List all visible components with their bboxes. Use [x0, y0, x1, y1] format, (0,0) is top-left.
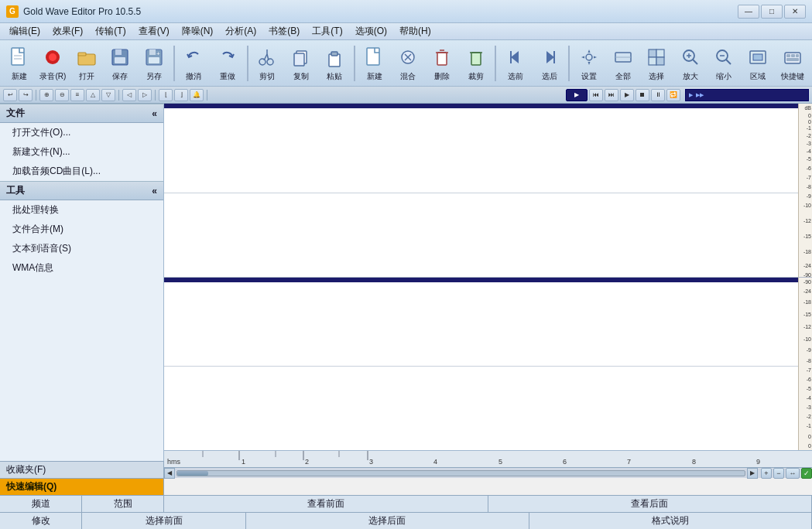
st-btn-11[interactable]: ⌋: [174, 89, 188, 101]
shortcut-button[interactable]: 快捷键: [776, 43, 809, 84]
new-button[interactable]: 新建: [3, 43, 36, 84]
st-play-prev[interactable]: ⏮: [589, 89, 603, 101]
new-label: 新建: [12, 71, 27, 82]
select-button[interactable]: 选择: [640, 43, 673, 84]
bottom-view-before[interactable]: 查看前面: [164, 496, 488, 512]
paste-icon: [322, 45, 347, 70]
st-play-start[interactable]: ⏭: [605, 89, 618, 101]
st-sep-4: [207, 90, 207, 101]
scrollbar-thumb[interactable]: [177, 471, 208, 476]
zoomout-button[interactable]: 缩小: [708, 43, 740, 84]
toolbar-sep-1: [173, 46, 175, 81]
st-btn-2[interactable]: ↪: [19, 89, 33, 101]
bottom-channel[interactable]: -90 -24 -18 -15 -12 -10 -9 -8 -7 -6 -5 -…: [164, 278, 812, 451]
menu-bookmark[interactable]: 书签(B): [262, 23, 306, 39]
st-btn-9[interactable]: ▷: [138, 89, 152, 101]
svg-rect-6: [78, 53, 86, 56]
full-icon: [611, 45, 636, 70]
menu-help[interactable]: 帮助(H): [393, 23, 437, 39]
db-bot-13: -2: [807, 414, 811, 419]
paste-label: 粘贴: [327, 71, 342, 82]
st-btn-10[interactable]: ⌊: [159, 89, 173, 101]
svg-rect-51: [753, 54, 762, 60]
scroll-right[interactable]: ▶: [747, 468, 758, 479]
menu-bar: 编辑(E) 效果(F) 传输(T) 查看(V) 降噪(N) 分析(A) 书签(B…: [0, 23, 812, 40]
st-pause-btn[interactable]: ⏸: [651, 89, 665, 101]
sidebar-new-file[interactable]: 新建文件(N)...: [0, 142, 163, 162]
sidebar-load-cd[interactable]: 加载音频CD曲目(L)...: [0, 162, 163, 181]
menu-edit[interactable]: 编辑(E): [3, 23, 46, 39]
close-button[interactable]: ✕: [784, 5, 806, 19]
svg-rect-22: [331, 52, 337, 56]
top-channel[interactable]: dB 0 0 -1 -2 -3 -4 -5 -6 -7 -8 -9 -10 -1…: [164, 104, 812, 278]
bottom-range[interactable]: 范围: [82, 496, 164, 512]
saveas-button[interactable]: + 另存: [138, 43, 170, 84]
save-button[interactable]: 保存: [104, 43, 137, 84]
zoom-plus[interactable]: +: [761, 468, 772, 479]
bottom-modify[interactable]: 修改: [0, 513, 82, 529]
zoomin-icon: [678, 45, 703, 70]
menu-options[interactable]: 选项(O): [349, 23, 393, 39]
db-top-11: -9: [807, 193, 811, 199]
next-button[interactable]: 选后: [533, 43, 566, 84]
delete-button[interactable]: 删除: [426, 43, 458, 84]
mix-button[interactable]: 混合: [392, 43, 425, 84]
sidebar-batch[interactable]: 批处理转换: [0, 200, 163, 220]
redo-button[interactable]: 重做: [211, 43, 244, 84]
trim-button[interactable]: 裁剪: [460, 43, 492, 84]
st-btn-4[interactable]: ⊖: [55, 89, 69, 101]
waveform-area-top: [164, 108, 798, 277]
st-btn-8[interactable]: ◁: [122, 89, 136, 101]
st-btn-3[interactable]: ⊕: [39, 89, 53, 101]
open-button[interactable]: 打开: [70, 43, 103, 84]
menu-view[interactable]: 查看(V): [132, 23, 176, 39]
bottom-view-after[interactable]: 查看后面: [488, 496, 813, 512]
svg-rect-56: [786, 58, 799, 61]
menu-transport[interactable]: 传输(T): [89, 23, 132, 39]
paste-button[interactable]: 粘贴: [319, 43, 351, 84]
bottom-select-after[interactable]: 选择后面: [246, 513, 529, 529]
settings-button[interactable]: 设置: [573, 43, 605, 84]
zoom-minus[interactable]: −: [773, 468, 784, 479]
bottom-channel[interactable]: 频道: [0, 496, 82, 512]
zoom-confirm[interactable]: ✓: [801, 468, 812, 479]
st-btn-12[interactable]: 🔔: [190, 89, 204, 101]
st-play-btn[interactable]: ▶: [620, 89, 634, 101]
undo-button[interactable]: 撤消: [178, 43, 211, 84]
cut-button[interactable]: 剪切: [252, 43, 284, 84]
horizontal-scrollbar[interactable]: [176, 470, 745, 476]
region-button[interactable]: 区域: [742, 43, 774, 84]
sidebar-tools-header[interactable]: 工具 «: [0, 181, 163, 200]
minimize-button[interactable]: —: [738, 5, 759, 19]
bottom-format[interactable]: 格式说明: [529, 513, 813, 529]
maximize-button[interactable]: □: [761, 5, 783, 19]
full-button[interactable]: 全部: [607, 43, 639, 84]
new2-button[interactable]: 新建: [358, 43, 391, 84]
st-btn-5[interactable]: ≡: [70, 89, 84, 101]
center-line-top: [164, 193, 798, 193]
record-button[interactable]: 录音(R): [37, 43, 70, 84]
quick-edit-button[interactable]: 快速编辑(Q): [0, 478, 164, 495]
sidebar-files-header[interactable]: 文件 «: [0, 104, 163, 123]
prev-button[interactable]: 选前: [499, 43, 532, 84]
st-btn-1[interactable]: ↩: [3, 89, 17, 101]
zoom-reset[interactable]: ↔: [786, 468, 800, 479]
menu-analyze[interactable]: 分析(A): [219, 23, 262, 39]
bottom-select-before[interactable]: 选择前面: [82, 513, 246, 529]
sidebar-wma[interactable]: WMA信息: [0, 258, 163, 278]
copy-button[interactable]: 复制: [285, 43, 317, 84]
favorites-button[interactable]: 收藏夹(F): [0, 461, 164, 478]
menu-denoise[interactable]: 降噪(N): [176, 23, 220, 39]
menu-effects[interactable]: 效果(F): [46, 23, 89, 39]
sidebar-tts[interactable]: 文本到语音(S): [0, 239, 163, 258]
zoomin-button[interactable]: 放大: [674, 43, 707, 84]
st-btn-6[interactable]: △: [86, 89, 100, 101]
sidebar-open-file[interactable]: 打开文件(O)...: [0, 123, 163, 142]
st-stop-btn[interactable]: ⏹: [636, 89, 649, 101]
sidebar-merge[interactable]: 文件合并(M): [0, 220, 163, 239]
svg-rect-54: [791, 54, 795, 57]
menu-tools[interactable]: 工具(T): [306, 23, 348, 39]
st-loop-btn[interactable]: 🔁: [666, 89, 680, 101]
st-btn-7[interactable]: ▽: [101, 89, 115, 101]
scroll-left[interactable]: ◀: [164, 468, 175, 479]
